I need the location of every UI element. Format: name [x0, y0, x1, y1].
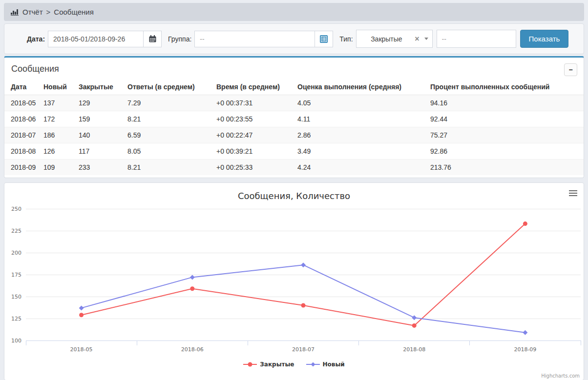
calendar-button[interactable] — [143, 31, 162, 47]
table-cell: 140 — [75, 127, 124, 143]
y-axis-label: 150 — [11, 294, 21, 300]
x-axis-label: 2018-05 — [70, 346, 93, 353]
table-cell: 94.16 — [426, 95, 584, 111]
data-point-marker[interactable] — [523, 330, 527, 335]
menu-icon — [569, 190, 577, 191]
table-cell: +0 00:25:33 — [212, 160, 294, 176]
table-row: 2018-081261178.05+0 00:39:213.4992.86 — [4, 143, 584, 160]
circle-marker-icon — [243, 361, 257, 367]
table-row: 2018-071861406.59+0 00:22:472.8675.27 — [4, 127, 584, 143]
calendar-icon — [149, 35, 156, 42]
legend-label: Новый — [323, 361, 345, 368]
type-select[interactable]: Закрытые × — [356, 30, 433, 48]
table-cell: +0 00:22:47 — [212, 127, 294, 143]
date-label: Дата: — [27, 35, 45, 43]
table-cell: 172 — [40, 111, 75, 127]
legend-label: Закрытые — [260, 361, 294, 368]
data-point-marker[interactable] — [301, 262, 306, 267]
type-extra-input[interactable] — [437, 30, 516, 48]
filter-bar: Дата: Группа: — [4, 23, 584, 54]
panel-title: Сообщения — [11, 64, 59, 74]
data-point-marker[interactable] — [79, 305, 84, 310]
table-cell: 92.86 — [426, 143, 584, 160]
table-cell: 2018-06 — [4, 111, 40, 127]
column-header: Новый — [40, 79, 75, 95]
table-cell: 137 — [40, 95, 75, 111]
table-cell: 2018-07 — [4, 127, 40, 143]
legend-item[interactable]: Новый — [306, 361, 345, 368]
show-button[interactable]: Показать — [520, 30, 569, 48]
table-cell: +0 00:37:31 — [212, 95, 294, 111]
table-cell: 75.27 — [426, 127, 584, 143]
table-cell: 186 — [40, 127, 75, 143]
table-cell: 4.24 — [294, 160, 426, 176]
chart-panel: Сообщения, Количество 100125150175200225… — [4, 182, 584, 380]
table-cell: 233 — [75, 160, 124, 176]
highcharts-credit[interactable]: Highcharts.com — [541, 373, 580, 379]
data-point-marker[interactable] — [301, 303, 306, 308]
column-header: Закрытые — [75, 79, 124, 95]
table-cell: 2018-05 — [4, 95, 40, 111]
y-axis-label: 250 — [11, 206, 21, 212]
clear-icon[interactable]: × — [413, 35, 421, 43]
y-axis-label: 100 — [11, 338, 21, 344]
group-label: Группа: — [168, 35, 191, 43]
table-cell: 117 — [75, 143, 124, 160]
table-cell: +0 00:23:55 — [212, 111, 294, 127]
table-cell: 126 — [40, 143, 75, 160]
group-input[interactable] — [194, 31, 315, 47]
table-cell: 109 — [40, 160, 75, 176]
chevron-down-icon[interactable] — [424, 38, 428, 40]
chart-menu-button[interactable] — [569, 190, 577, 198]
list-icon — [320, 35, 328, 43]
table-cell: 8.21 — [124, 160, 212, 176]
table-row: 2018-051371297.29+0 00:37:314.0594.16 — [4, 95, 584, 111]
data-point-marker[interactable] — [190, 286, 194, 291]
page: Отчёт > Сообщения Дата: Группа: — [0, 0, 588, 380]
y-axis-label: 125 — [11, 316, 21, 322]
table-cell: 129 — [75, 95, 124, 111]
x-axis-label: 2018-07 — [292, 346, 315, 353]
breadcrumb: Отчёт > Сообщения — [4, 3, 584, 21]
table-cell: 92.44 — [426, 111, 584, 127]
table-cell: 213.76 — [426, 160, 584, 176]
table-cell: 4.05 — [294, 95, 426, 111]
data-point-marker[interactable] — [412, 315, 417, 320]
messages-panel: Сообщения − ДатаНовыйЗакрытыеОтветы (в с… — [4, 56, 584, 178]
breadcrumb-current: Сообщения — [54, 8, 93, 16]
table-cell: 7.29 — [124, 95, 212, 111]
diamond-marker-icon — [306, 361, 320, 367]
data-point-marker[interactable] — [79, 313, 84, 317]
table-header-row: ДатаНовыйЗакрытыеОтветы (в среднем)Время… — [4, 79, 584, 95]
table-cell: 8.05 — [124, 143, 212, 160]
breadcrumb-root[interactable]: Отчёт — [22, 8, 43, 16]
data-point-marker[interactable] — [412, 323, 417, 328]
table-cell: +0 00:39:21 — [212, 143, 294, 160]
x-axis-label: 2018-09 — [514, 346, 536, 353]
column-header: Дата — [4, 79, 40, 95]
table-cell: 3.49 — [294, 143, 426, 160]
y-axis-label: 225 — [11, 228, 21, 234]
chart-legend: ЗакрытыеНовый — [4, 361, 584, 368]
table-row: 2018-061721598.21+0 00:23:554.1192.44 — [4, 111, 584, 127]
y-axis-label: 175 — [11, 272, 21, 278]
data-point-marker[interactable] — [190, 275, 195, 280]
data-point-marker[interactable] — [523, 221, 527, 226]
table-cell: 6.59 — [124, 127, 212, 143]
legend-item[interactable]: Закрытые — [243, 361, 294, 368]
column-header: Процент выполненных сообщений — [426, 79, 584, 95]
table-cell: 2018-09 — [4, 160, 40, 176]
date-input[interactable] — [48, 31, 144, 47]
collapse-button[interactable]: − — [564, 63, 577, 76]
type-label: Тип: — [339, 35, 353, 43]
messages-table: ДатаНовыйЗакрытыеОтветы (в среднем)Время… — [4, 79, 584, 175]
table-row: 2018-091092338.21+0 00:25:334.24213.76 — [4, 160, 584, 176]
x-axis-label: 2018-06 — [181, 346, 204, 353]
type-select-value: Закрытые — [360, 35, 413, 43]
column-header: Оценка выполнения (средняя) — [294, 79, 426, 95]
breadcrumb-separator: > — [46, 8, 51, 16]
column-header: Ответы (в среднем) — [124, 79, 212, 95]
group-lookup-button[interactable] — [315, 31, 333, 47]
bar-chart-icon — [11, 8, 19, 16]
x-axis-label: 2018-08 — [403, 346, 425, 353]
